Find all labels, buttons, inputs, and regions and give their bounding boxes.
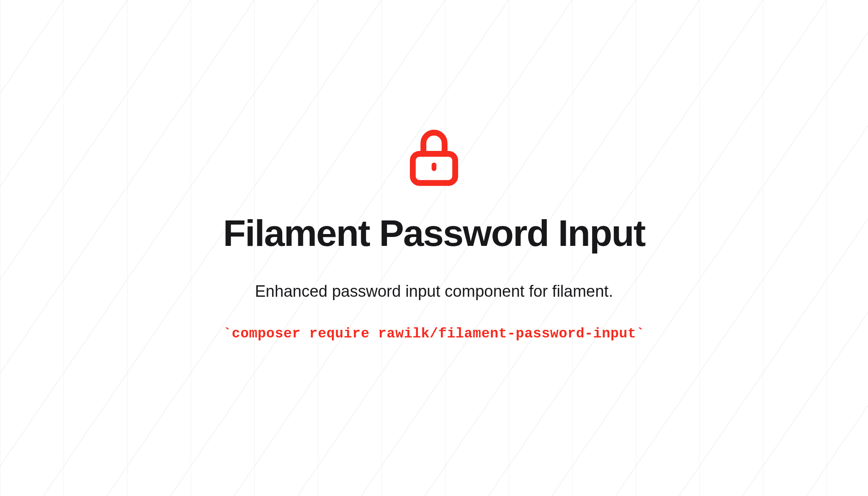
install-command: `composer require rawilk/filament-passwo… — [223, 326, 645, 342]
main-content: Filament Password Input Enhanced passwor… — [0, 0, 868, 496]
description-text: Enhanced password input component for fi… — [255, 280, 613, 303]
page-title: Filament Password Input — [223, 212, 645, 255]
svg-rect-4 — [431, 162, 436, 171]
lock-icon — [402, 120, 466, 192]
